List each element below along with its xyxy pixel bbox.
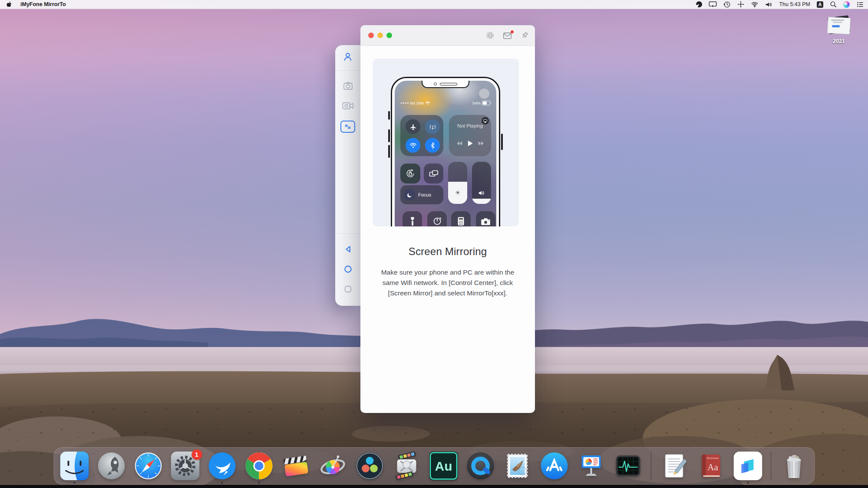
desktop-file-2021[interactable]: 2021 (823, 16, 855, 44)
dock-item-finder[interactable] (60, 452, 89, 480)
sidebar-record-button[interactable] (335, 97, 360, 117)
wifi-status-icon[interactable] (751, 0, 759, 9)
dock-item-activity-monitor[interactable] (614, 452, 642, 480)
brightness-sun-icon: ☀ (448, 189, 467, 196)
move-tool-status-icon[interactable] (737, 0, 744, 9)
dock-item-keynote[interactable] (577, 452, 605, 480)
calculator-tile (451, 211, 471, 226)
instructions-line: [Screen Mirror] and select MirrorTo[xxx]… (360, 288, 535, 298)
running-indicator (747, 482, 749, 484)
zoom-window-button[interactable] (386, 33, 392, 38)
dock-item-quicktime[interactable] (466, 452, 495, 480)
dock-item-dingtalk[interactable] (208, 452, 236, 480)
svg-text:Dictionary: Dictionary (706, 456, 719, 459)
notification-center-icon[interactable] (856, 0, 864, 9)
phone-mute-switch (388, 111, 390, 120)
window-titlebar[interactable] (360, 25, 535, 46)
siri-icon[interactable] (843, 0, 850, 9)
running-indicator (221, 482, 223, 484)
phone-wifi-icon (425, 101, 430, 105)
screen-mirror-icon (340, 121, 355, 133)
dock-divider (650, 452, 651, 480)
menu-bar: iMyFone MirrorTo Thu 5:43 PM A (0, 0, 868, 9)
phone-illustration: No SIM 54% (391, 77, 500, 226)
battery-percent-text: 54% (472, 101, 481, 105)
file-thumbnail (827, 16, 851, 36)
dock-item-dictionary[interactable]: AaDictionary (696, 452, 725, 480)
screen-mirroring-title: Screen Mirroring (360, 246, 535, 258)
speaker-grille-icon (440, 83, 457, 85)
sidebar-divider (335, 233, 360, 234)
fast-forward-icon (478, 141, 485, 146)
screen-mirroring-tile (424, 164, 443, 183)
dock: 1AuAaDictionary (53, 447, 815, 485)
notification-dot (511, 30, 514, 33)
cellular-data-icon (425, 119, 440, 134)
menu-bar-clock[interactable]: Thu 5:43 PM (779, 1, 810, 7)
minimize-window-button[interactable] (377, 33, 383, 38)
blurred-avatar (479, 88, 489, 99)
focus-tile: Focus (400, 185, 443, 204)
instructions-text: Make sure your phone and PC are within t… (360, 267, 535, 298)
dock-item-compressor[interactable] (392, 452, 421, 480)
screen-mirroring-status-icon[interactable] (709, 0, 717, 9)
dock-item-safari[interactable] (134, 452, 162, 480)
volume-status-icon[interactable] (765, 0, 772, 9)
phone-volume-down-button (388, 145, 390, 158)
dock-item-app-store[interactable] (540, 452, 568, 480)
sidebar-account-button[interactable] (335, 45, 360, 70)
back-triangle-icon (343, 245, 353, 255)
airplane-mode-icon (406, 119, 420, 134)
sidebar-android-recents-button[interactable] (335, 280, 360, 300)
camera-tile (476, 211, 495, 226)
dock-item-final-cut-pro[interactable] (281, 452, 310, 480)
connectivity-tile (400, 115, 443, 156)
sidebar-mirror-button-selected[interactable] (335, 117, 360, 137)
input-source-icon[interactable]: A (817, 1, 823, 8)
time-machine-status-icon[interactable] (723, 0, 731, 9)
brightness-slider: ☀ (448, 162, 467, 204)
instructions-line: Make sure your phone and PC are within t… (360, 267, 535, 278)
pin-window-icon[interactable] (521, 31, 529, 39)
dock-item-mirrorto[interactable] (733, 452, 762, 480)
sidebar-android-home-button[interactable] (335, 260, 360, 280)
play-icon (467, 140, 473, 147)
sidebar-android-back-button[interactable] (335, 240, 360, 260)
camera-icon (343, 81, 353, 92)
instructions-line: same Wifi network. In [Control Center], … (360, 278, 535, 288)
dock-item-chrome[interactable] (244, 452, 273, 480)
focus-label: Focus (418, 192, 431, 197)
dock-item-davinci-resolve[interactable] (355, 452, 384, 480)
file-label: 2021 (823, 38, 855, 44)
running-indicator (73, 482, 75, 484)
person-icon (343, 52, 353, 64)
orientation-lock-tile (400, 164, 420, 183)
dock-item-audition[interactable]: Au (429, 452, 458, 480)
settings-gear-icon[interactable] (486, 31, 494, 39)
dock-item-motion[interactable] (318, 452, 347, 480)
svg-text:Au: Au (435, 459, 452, 473)
sidebar-divider (335, 70, 360, 71)
phone-power-button (501, 134, 503, 150)
dock-item-mail[interactable] (503, 452, 531, 480)
spotlight-search-icon[interactable] (830, 0, 837, 9)
app-sidebar (335, 45, 360, 306)
dock-item-textedit[interactable] (660, 452, 688, 480)
running-indicator (258, 482, 260, 484)
dock-item-launchpad[interactable] (97, 452, 125, 480)
status-app-icon[interactable] (696, 0, 702, 9)
dock-item-trash[interactable] (779, 452, 808, 480)
timer-tile (427, 211, 447, 226)
phone-screen: No SIM 54% (395, 81, 496, 226)
messages-envelope-icon[interactable] (503, 32, 512, 39)
focus-moon-icon (404, 189, 415, 200)
wifi-toggle-icon (406, 138, 420, 153)
phone-status-bar: No SIM 54% (395, 101, 496, 108)
sidebar-screenshot-button[interactable] (335, 77, 360, 97)
dock-item-system-preferences[interactable]: 1 (171, 452, 199, 480)
apple-menu-icon[interactable] (6, 0, 13, 9)
home-circle-icon (343, 265, 353, 275)
close-window-button[interactable] (368, 33, 374, 38)
menu-bar-app-name[interactable]: iMyFone MirrorTo (20, 1, 66, 7)
rewind-icon (456, 141, 463, 146)
